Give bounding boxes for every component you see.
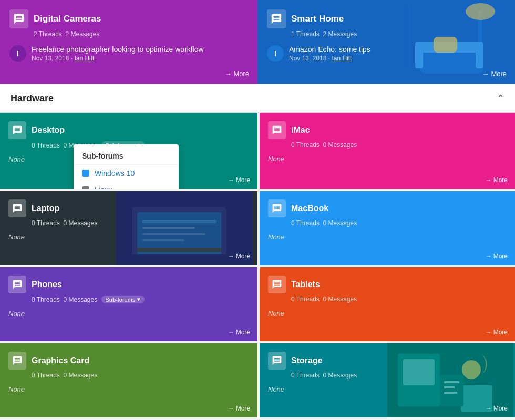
svg-point-21 bbox=[462, 360, 481, 379]
svg-rect-20 bbox=[403, 359, 435, 385]
forum-icon bbox=[8, 200, 26, 217]
svg-rect-7 bbox=[405, 5, 406, 68]
svg-rect-6 bbox=[434, 37, 457, 52]
more-link[interactable]: → More bbox=[486, 253, 508, 260]
forum-icon bbox=[268, 276, 286, 293]
forum-grid: Desktop 0 Threads 0 Messages Sub-forums … bbox=[0, 113, 515, 417]
svg-rect-17 bbox=[137, 248, 221, 252]
graphics-card-card: Graphics Card 0 Threads 0 Messages None … bbox=[0, 341, 258, 417]
forum-card-meta: 0 Threads 0 Messages bbox=[32, 372, 249, 379]
post-title: Amazon Echo: some tips bbox=[289, 45, 370, 54]
more-link[interactable]: → More bbox=[228, 176, 250, 184]
svg-point-1 bbox=[466, 3, 495, 20]
author-link[interactable]: Ian Hitt bbox=[74, 55, 94, 62]
forum-card-title: Laptop bbox=[32, 204, 59, 213]
svg-rect-8 bbox=[409, 5, 409, 68]
forum-icon bbox=[267, 9, 286, 28]
subforum-dot bbox=[82, 170, 89, 177]
forum-grid-wrapper: Desktop 0 Threads 0 Messages Sub-forums … bbox=[0, 113, 515, 417]
hardware-section-header: Hardware ⌃ bbox=[0, 84, 515, 113]
subforum-item-linux[interactable]: Linux bbox=[74, 182, 179, 189]
subforums-popup: Sub-forums Windows 10 Linux bbox=[74, 144, 179, 189]
top-cards-section: Digital Cameras 2 Threads 2 Messages I F… bbox=[0, 0, 515, 84]
svg-rect-15 bbox=[142, 233, 205, 235]
avatar: I bbox=[9, 45, 26, 62]
svg-rect-5 bbox=[476, 42, 483, 68]
forum-card-header: iMac bbox=[268, 121, 507, 139]
forum-none-label: None bbox=[8, 310, 249, 318]
forum-none-label: None bbox=[268, 155, 507, 163]
forum-icon bbox=[8, 352, 26, 370]
forum-card-header: Phones bbox=[8, 276, 249, 293]
forum-card-header: Desktop bbox=[8, 121, 249, 139]
card-title: Digital Cameras bbox=[34, 14, 101, 24]
svg-rect-16 bbox=[142, 239, 184, 242]
forum-icon bbox=[8, 276, 26, 293]
svg-rect-24 bbox=[444, 381, 459, 383]
smart-home-card: Smart Home 1 Threads 2 Messages I Amazon… bbox=[258, 0, 515, 84]
card-meta: 2 Threads 2 Messages bbox=[34, 30, 248, 38]
collapse-button[interactable]: ⌃ bbox=[497, 92, 504, 104]
avatar: I bbox=[267, 45, 284, 62]
subforum-label: Windows 10 bbox=[95, 169, 135, 177]
more-link[interactable]: → More bbox=[224, 70, 249, 78]
forum-card-meta: 0 Threads 0 Messages bbox=[291, 296, 507, 303]
tablets-card: Tablets 0 Threads 0 Messages None → More bbox=[258, 265, 515, 341]
post-info: Amazon Echo: some tips Nov 13, 2018 · Ia… bbox=[289, 45, 370, 62]
storage-card: Storage 0 Threads 0 Messages None → More bbox=[258, 341, 515, 417]
more-link[interactable]: → More bbox=[228, 329, 250, 336]
forum-card-header: Graphics Card bbox=[8, 352, 249, 370]
forum-card-meta: 0 Threads 0 Messages bbox=[291, 141, 507, 149]
forum-card-title: Graphics Card bbox=[32, 356, 89, 365]
svg-rect-14 bbox=[142, 227, 195, 229]
forum-card-title: Phones bbox=[32, 280, 62, 289]
more-link[interactable]: → More bbox=[486, 329, 508, 336]
subforum-label: Linux bbox=[95, 186, 112, 189]
subforum-dot bbox=[82, 186, 89, 189]
forum-card-title: Tablets bbox=[291, 280, 320, 289]
forum-none-label: None bbox=[268, 233, 507, 241]
forum-card-header: MacBook bbox=[268, 200, 507, 217]
forum-icon bbox=[268, 352, 286, 370]
card-header: Digital Cameras bbox=[9, 9, 248, 28]
forum-none-label: None bbox=[8, 385, 249, 393]
forum-card-meta: 0 Threads 0 Messages bbox=[291, 219, 507, 227]
more-link[interactable]: → More bbox=[228, 405, 250, 412]
forum-card-title: MacBook bbox=[291, 204, 328, 213]
subforums-popup-title: Sub-forums bbox=[74, 149, 179, 165]
svg-rect-23 bbox=[440, 375, 464, 406]
forum-icon bbox=[8, 121, 26, 139]
svg-rect-26 bbox=[444, 392, 457, 394]
svg-rect-25 bbox=[444, 386, 455, 388]
forum-icon bbox=[268, 200, 286, 217]
subforum-tag[interactable]: Sub-forums ▾ bbox=[101, 296, 145, 303]
desktop-card: Desktop 0 Threads 0 Messages Sub-forums … bbox=[0, 113, 258, 189]
digital-cameras-card: Digital Cameras 2 Threads 2 Messages I F… bbox=[0, 0, 258, 84]
card-title: Smart Home bbox=[291, 14, 344, 24]
forum-none-label: None bbox=[268, 309, 507, 317]
imac-card: iMac 0 Threads 0 Messages None → More bbox=[258, 113, 515, 189]
forum-icon bbox=[268, 121, 286, 139]
svg-rect-4 bbox=[415, 42, 423, 68]
svg-rect-13 bbox=[142, 220, 216, 223]
post-date: Nov 13, 2018 · Ian Hitt bbox=[32, 55, 204, 62]
forum-card-meta: 0 Threads 0 Messages Sub-forums ▾ bbox=[32, 296, 249, 303]
author-link[interactable]: Ian Hitt bbox=[332, 55, 352, 62]
macbook-card: MacBook 0 Threads 0 Messages None → More bbox=[258, 189, 515, 265]
forum-icon bbox=[9, 9, 28, 28]
phones-card: Phones 0 Threads 0 Messages Sub-forums ▾… bbox=[0, 265, 258, 341]
post-info: Freelance photographer looking to optimi… bbox=[32, 45, 204, 62]
forum-card-title: Desktop bbox=[32, 125, 65, 135]
section-title: Hardware bbox=[11, 93, 54, 104]
post-title: Freelance photographer looking to optimi… bbox=[32, 45, 204, 54]
forum-card-title: iMac bbox=[291, 125, 310, 135]
card-post: I Freelance photographer looking to opti… bbox=[9, 45, 248, 62]
forum-card-title: Storage bbox=[291, 356, 323, 365]
more-link[interactable]: → More bbox=[482, 70, 507, 78]
more-link[interactable]: → More bbox=[486, 405, 508, 412]
more-link[interactable]: → More bbox=[486, 176, 508, 184]
forum-card-header: Tablets bbox=[268, 276, 507, 293]
more-link[interactable]: → More bbox=[228, 253, 250, 260]
post-date: Nov 13, 2018 · Ian Hitt bbox=[289, 55, 370, 62]
subforum-item-windows[interactable]: Windows 10 bbox=[74, 165, 179, 182]
